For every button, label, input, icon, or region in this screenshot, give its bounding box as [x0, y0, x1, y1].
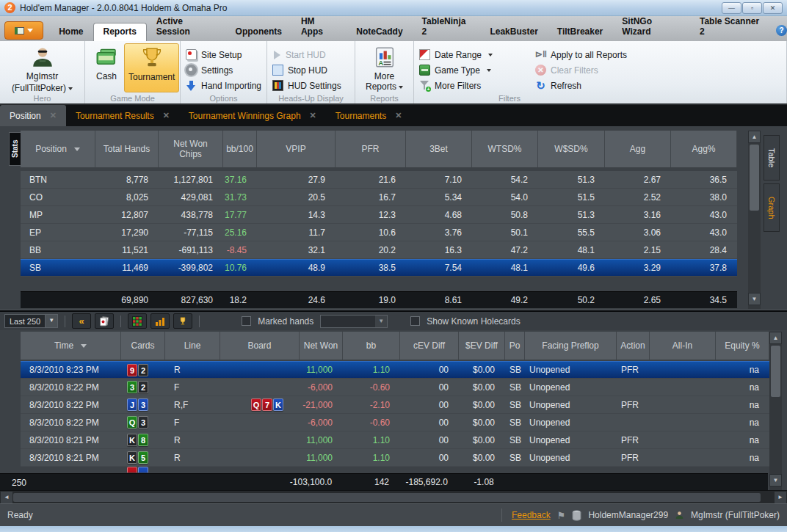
marked-hands-select[interactable]: ▼	[320, 315, 388, 328]
hands-column-header-all-in[interactable]: All-In	[650, 332, 716, 360]
hands-column-header-cev-diff[interactable]: cEV Diff	[400, 332, 459, 360]
scroll-left-icon[interactable]: ◄	[1, 492, 12, 503]
more-reports-button[interactable]: A More Reports	[360, 43, 408, 93]
stats-row-btn[interactable]: BTN8,7781,127,80137.1627.921.67.1054.251…	[21, 171, 737, 189]
hands-row[interactable]: 8/3/2010 8:22 PMJ3R,FQ7K-21,000-2.1000$0…	[21, 396, 769, 414]
current-user[interactable]: MgImstr (FullTiltPoker)	[691, 510, 780, 520]
hands-column-header-cards[interactable]: Cards	[121, 332, 165, 360]
grid-view-button[interactable]	[128, 313, 147, 329]
hud-settings-button[interactable]: HUD Settings	[272, 78, 349, 93]
doc-tab-tournament-winnings-graph[interactable]: Tournament Winnings Graph✕	[179, 105, 326, 126]
refresh-button[interactable]: ↻ Refresh	[535, 78, 627, 93]
hands-column-header-facing-preflop[interactable]: Facing Preflop	[525, 332, 617, 360]
hands-column-header-bb[interactable]: bb	[343, 332, 400, 360]
menu-tab-opponents[interactable]: Opponents	[226, 23, 291, 41]
cash-button[interactable]: Cash	[90, 43, 123, 92]
more-filters-button[interactable]: + More Filters	[419, 78, 528, 93]
hands-row[interactable]: 8/3/2010 8:21 PMK8R11,0001.1000$0.00SBUn…	[21, 431, 769, 449]
scroll-thumb[interactable]	[750, 145, 759, 211]
hands-column-header-action[interactable]: Action	[617, 332, 650, 360]
hands-column-header-net-won[interactable]: Net Won	[300, 332, 343, 360]
start-hud-button[interactable]: Start HUD	[272, 47, 349, 62]
stats-row-ep[interactable]: EP17,290-77,11525.1611.710.63.7650.155.5…	[21, 224, 737, 241]
stats-column-header-vpip[interactable]: VPIP	[257, 131, 336, 167]
application-menu-button[interactable]	[4, 21, 43, 40]
minimize-button[interactable]: —	[722, 2, 741, 14]
scroll-up-icon[interactable]: ▲	[748, 131, 761, 143]
hands-row[interactable]: 8/3/2010 8:22 PMQ3F-6,000-0.6000$0.00SBU…	[21, 414, 769, 431]
stop-hud-button[interactable]: Stop HUD	[272, 62, 349, 78]
hero-player-button[interactable]: MgImstr (FullTiltPoker)	[5, 43, 79, 95]
close-icon[interactable]: ✕	[395, 111, 402, 120]
show-cards-button[interactable]	[95, 313, 114, 329]
stats-column-header-position[interactable]: Position	[21, 131, 95, 167]
hands-column-header-ev-diff[interactable]: $EV Diff	[459, 332, 505, 360]
hands-column-header-board[interactable]: Board	[220, 332, 300, 360]
scroll-thumb[interactable]	[13, 493, 761, 502]
stats-row-sb[interactable]: SB11,469-399,80210.7648.938.57.5448.149.…	[21, 259, 737, 277]
hands-row[interactable]: 8/3/2010 8:21 PMK5R11,0001.1000$0.00SBUn…	[21, 449, 769, 467]
hands-scrollbar[interactable]: ▲ ▼	[769, 332, 782, 490]
hands-column-header-time[interactable]: Time	[21, 332, 121, 360]
hands-row[interactable]: 8/3/2010 8:22 PM32F-6,000-0.6000$0.00SBU…	[21, 379, 769, 396]
maximize-button[interactable]: ▫	[742, 2, 762, 14]
marked-hands-checkbox[interactable]	[242, 316, 251, 326]
stats-column-header-agg[interactable]: Agg%	[671, 131, 737, 167]
database-name[interactable]: HoldemManager299	[588, 510, 668, 520]
hand-importing-button[interactable]: Hand Importing	[186, 78, 261, 93]
clear-filters-button[interactable]: ✕ Clear Filters	[535, 62, 627, 78]
menu-tab-hm-apps[interactable]: HM Apps	[291, 13, 347, 41]
menu-tab-reports[interactable]: Reports	[93, 23, 147, 41]
menu-tab-sitngo-wizard[interactable]: SitNGo Wizard	[612, 13, 690, 41]
stats-column-header-net-won-chips[interactable]: Net Won Chips	[159, 131, 223, 167]
menu-tab-notecaddy[interactable]: NoteCaddy	[347, 23, 412, 41]
hands-column-header-line[interactable]: Line	[165, 332, 220, 360]
doc-tab-position[interactable]: Position✕	[0, 105, 66, 126]
chevron-down-icon[interactable]	[74, 147, 80, 151]
menu-tab-table-scanner-2[interactable]: Table Scanner 2	[690, 13, 773, 41]
help-icon[interactable]: ?	[776, 25, 787, 36]
stats-scrollbar[interactable]: ▲ ▼	[748, 131, 761, 309]
chart-view-button[interactable]	[150, 313, 170, 329]
scroll-down-icon[interactable]: ▼	[748, 293, 761, 305]
stats-row-mp[interactable]: MP12,807438,77817.7714.312.34.6850.851.3…	[21, 206, 737, 224]
tourney-view-button[interactable]	[173, 313, 192, 329]
menu-tab-leakbuster[interactable]: LeakBuster	[480, 23, 547, 41]
stats-row-bb[interactable]: BB11,521-691,113-8.4532.120.216.347.248.…	[21, 241, 737, 259]
close-icon[interactable]: ✕	[50, 111, 57, 120]
hands-column-header-equity[interactable]: Equity %	[716, 332, 769, 360]
stats-column-header-pfr[interactable]: PFR	[336, 131, 406, 167]
apply-all-reports-button[interactable]: ⊳‖ Apply to all Reports	[535, 47, 627, 62]
stats-side-tab[interactable]: Stats	[9, 132, 21, 166]
stats-column-header-w-sd[interactable]: W$SD%	[538, 131, 605, 167]
menu-tab-active-session[interactable]: Active Session	[147, 13, 226, 41]
menu-tab-tableninja-2[interactable]: TableNinja 2	[413, 13, 481, 41]
close-button[interactable]: ✕	[763, 2, 783, 14]
show-known-holecards-checkbox[interactable]	[410, 316, 420, 326]
close-icon[interactable]: ✕	[310, 111, 316, 120]
stats-column-header-wtsd[interactable]: WTSD%	[472, 131, 538, 167]
stats-row-co[interactable]: CO8,025429,08131.7320.516.75.3454.051.52…	[21, 189, 737, 206]
feedback-link[interactable]: Feedback	[512, 510, 551, 520]
replay-hand-button[interactable]: «	[72, 313, 91, 329]
stats-column-header-total-hands[interactable]: Total Hands	[95, 131, 159, 167]
menu-tab-tiltbreaker[interactable]: TiltBreaker	[548, 23, 612, 41]
doc-tab-tournaments[interactable]: Tournaments✕	[326, 105, 412, 126]
horizontal-scrollbar[interactable]: ◄ ►	[0, 490, 787, 503]
stats-column-header-bb-100[interactable]: bb/100	[223, 131, 257, 167]
game-type-button[interactable]: Game Type	[419, 62, 528, 78]
scroll-thumb[interactable]	[771, 346, 780, 397]
date-range-button[interactable]: Date Range	[419, 47, 528, 62]
hands-row[interactable]: 8/3/2010 8:23 PM92R11,0001.1000$0.00SBUn…	[21, 361, 769, 379]
close-icon[interactable]: ✕	[163, 111, 170, 120]
site-setup-button[interactable]: Site Setup	[186, 47, 261, 62]
doc-tab-tournament-results[interactable]: Tournament Results✕	[66, 105, 179, 126]
stats-column-header-3bet[interactable]: 3Bet	[406, 131, 472, 167]
chevron-down-icon[interactable]	[81, 344, 87, 348]
hands-column-header-po[interactable]: Po	[505, 332, 525, 360]
scroll-right-icon[interactable]: ►	[775, 492, 786, 503]
hand-range-select[interactable]: Last 250 ▼	[4, 314, 58, 328]
table-side-tab[interactable]: Table	[764, 135, 780, 181]
stats-column-header-agg[interactable]: Agg	[605, 131, 671, 167]
tournament-button[interactable]: Tournament	[124, 43, 179, 92]
